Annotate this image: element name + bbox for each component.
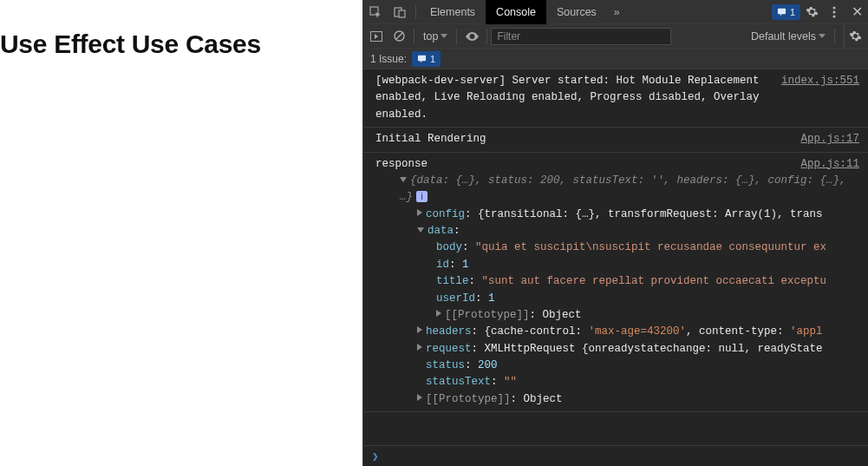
- devtools-panel: Elements Console Sources » 1 ✕ top: [362, 0, 868, 466]
- separator: [415, 4, 416, 20]
- devtools-tabs: Elements Console Sources » 1 ✕: [363, 0, 868, 24]
- console-toolbar: top Default levels: [363, 24, 868, 49]
- issues-chip-count: 1: [790, 7, 795, 17]
- console-messages: [webpack-dev-server] Server started: Hot…: [363, 69, 868, 445]
- page-title: Use Effect Use Cases: [0, 30, 362, 59]
- log-source-link[interactable]: App.js:17: [800, 131, 859, 148]
- sidebar-toggle-icon[interactable]: [365, 24, 388, 49]
- info-badge[interactable]: i: [416, 191, 427, 202]
- chevron-down-icon: [441, 34, 447, 38]
- close-devtools-icon[interactable]: ✕: [845, 0, 868, 24]
- filter-input[interactable]: [491, 28, 671, 45]
- expand-icon[interactable]: [400, 177, 407, 182]
- log-row[interactable]: Initial Rendering App.js:17: [363, 128, 868, 152]
- object-prop[interactable]: request: XMLHttpRequest {onreadystatecha…: [375, 341, 859, 358]
- console-settings-icon[interactable]: [844, 24, 866, 49]
- expand-icon[interactable]: [436, 310, 441, 317]
- object-prop[interactable]: title: "sunt aut facere repellat provide…: [375, 273, 859, 290]
- issues-bar-count: 1: [430, 54, 435, 64]
- inspect-element-icon[interactable]: [363, 0, 388, 24]
- device-toggle-icon[interactable]: [388, 0, 412, 24]
- log-label: response: [375, 156, 792, 173]
- context-select[interactable]: top: [418, 30, 453, 43]
- expand-icon[interactable]: [417, 344, 422, 351]
- issues-label: 1 Issue:: [370, 53, 407, 65]
- separator: [834, 29, 835, 44]
- issues-chip[interactable]: 1: [772, 4, 800, 20]
- chevron-down-icon: [819, 34, 826, 38]
- object-prop[interactable]: id: 1: [375, 257, 859, 273]
- log-row-response[interactable]: response App.js:11 {data: {…}, status: 2…: [363, 153, 868, 413]
- svg-point-5: [833, 10, 836, 13]
- settings-icon[interactable]: [800, 0, 823, 24]
- issues-bar[interactable]: 1 Issue: 1: [363, 49, 868, 69]
- expand-icon[interactable]: [417, 394, 422, 401]
- object-prop[interactable]: [[Prototype]]: Object: [375, 307, 859, 324]
- svg-line-9: [396, 33, 402, 39]
- separator: [486, 29, 487, 44]
- clear-console-icon[interactable]: [388, 24, 410, 49]
- object-prop[interactable]: data:: [375, 223, 859, 240]
- object-prop[interactable]: body: "quia et suscipit\nsuscipit recusa…: [375, 240, 859, 256]
- object-prop[interactable]: statusText: "": [375, 374, 859, 391]
- object-prop[interactable]: [[Prototype]]: Object: [375, 391, 859, 408]
- log-source-link[interactable]: App.js:11: [800, 156, 859, 173]
- console-prompt[interactable]: ❯: [363, 445, 868, 466]
- tab-sources[interactable]: Sources: [546, 0, 607, 24]
- expand-icon[interactable]: [417, 326, 422, 333]
- object-prop[interactable]: headers: {cache-control: 'max-age=43200'…: [375, 324, 859, 340]
- levels-label: Default levels: [751, 30, 816, 43]
- svg-rect-10: [418, 56, 426, 61]
- object-summary[interactable]: {data: {…}, status: 200, statusText: '',…: [375, 173, 859, 207]
- context-label: top: [423, 30, 438, 43]
- prompt-caret: ❯: [372, 450, 379, 463]
- expand-icon[interactable]: [417, 227, 424, 233]
- svg-point-6: [833, 15, 836, 17]
- log-levels-select[interactable]: Default levels: [746, 30, 831, 43]
- tab-console[interactable]: Console: [486, 0, 546, 24]
- separator: [414, 29, 414, 44]
- svg-point-4: [833, 6, 836, 9]
- tab-elements[interactable]: Elements: [420, 0, 486, 24]
- object-prop[interactable]: status: 200: [375, 358, 859, 374]
- more-options-icon[interactable]: [823, 0, 845, 24]
- object-prop[interactable]: config: {transitional: {…}, transformReq…: [375, 207, 859, 223]
- separator: [456, 29, 457, 44]
- log-text: Initial Rendering: [375, 131, 792, 148]
- log-row[interactable]: [webpack-dev-server] Server started: Hot…: [363, 69, 868, 128]
- issues-bar-chip[interactable]: 1: [412, 51, 441, 67]
- log-text: [webpack-dev-server] Server started: Hot…: [375, 73, 773, 123]
- live-expression-icon[interactable]: [460, 24, 483, 49]
- expand-icon[interactable]: [417, 209, 422, 216]
- svg-rect-2: [399, 10, 405, 17]
- svg-rect-3: [778, 9, 786, 14]
- app-pane: Use Effect Use Cases: [0, 0, 362, 466]
- object-prop[interactable]: userId: 1: [375, 291, 859, 307]
- tabs-overflow-icon[interactable]: »: [607, 6, 627, 18]
- log-source-link[interactable]: index.js:551: [781, 73, 859, 123]
